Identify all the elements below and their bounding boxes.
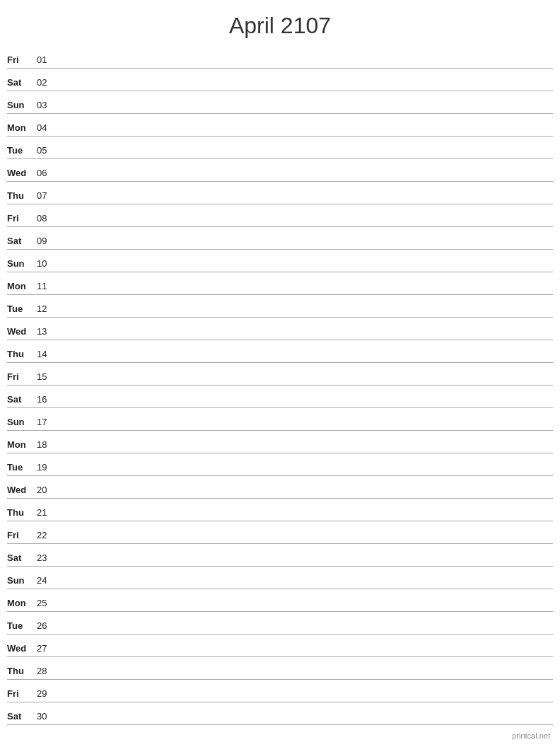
day-name: Tue [7,145,37,156]
table-row: Sat09 [7,227,553,250]
day-number: 08 [37,213,57,224]
day-number: 25 [37,598,57,608]
calendar-grid: Fri01Sat02Sun03Mon04Tue05Wed06Thu07Fri08… [0,46,560,725]
table-row: Mon25 [7,589,553,612]
day-name: Sun [7,258,37,269]
day-number: 28 [37,666,57,676]
table-row: Sat16 [7,386,553,408]
table-row: Tue05 [7,137,553,159]
day-number: 03 [37,100,57,110]
day-number: 22 [37,530,57,540]
table-row: Fri01 [7,46,553,69]
day-name: Fri [7,371,37,382]
table-row: Wed27 [7,635,553,657]
table-row: Thu28 [7,657,553,680]
day-number: 26 [37,620,57,631]
day-name: Sat [7,711,37,722]
table-row: Tue26 [7,612,553,635]
day-name: Mon [7,598,37,608]
day-name: Fri [7,688,37,699]
table-row: Fri29 [7,680,553,702]
day-number: 06 [37,168,57,178]
day-number: 09 [37,236,57,246]
day-number: 14 [37,349,57,359]
day-number: 17 [37,417,57,427]
day-number: 29 [37,688,57,699]
day-name: Fri [7,530,37,540]
table-row: Fri22 [7,521,553,544]
page-title: April 2107 [0,0,560,46]
day-name: Fri [7,213,37,224]
table-row: Tue12 [7,295,553,318]
day-number: 07 [37,190,57,201]
day-number: 18 [37,439,57,450]
day-name: Sun [7,417,37,427]
day-number: 10 [37,258,57,269]
table-row: Tue19 [7,453,553,476]
day-name: Sun [7,100,37,110]
day-name: Wed [7,326,37,337]
day-name: Tue [7,462,37,473]
table-row: Sat30 [7,702,553,725]
day-name: Sat [7,552,37,563]
footer-text: printcal.net [512,731,550,740]
table-row: Sun03 [7,91,553,114]
table-row: Fri08 [7,204,553,227]
day-name: Wed [7,643,37,654]
table-row: Sun24 [7,567,553,589]
day-name: Fri [7,54,37,65]
day-name: Thu [7,666,37,676]
day-name: Mon [7,281,37,291]
day-name: Sat [7,236,37,246]
table-row: Mon11 [7,272,553,295]
table-row: Wed13 [7,318,553,340]
day-number: 16 [37,394,57,405]
day-number: 20 [37,485,57,495]
day-number: 13 [37,326,57,337]
day-name: Mon [7,439,37,450]
day-name: Sat [7,394,37,405]
day-number: 19 [37,462,57,473]
day-name: Tue [7,620,37,631]
table-row: Thu14 [7,340,553,363]
day-name: Tue [7,303,37,314]
table-row: Mon04 [7,114,553,137]
table-row: Thu07 [7,182,553,204]
day-number: 01 [37,54,57,65]
table-row: Mon18 [7,431,553,453]
day-name: Thu [7,507,37,518]
day-number: 05 [37,145,57,156]
table-row: Sat02 [7,69,553,91]
table-row: Wed20 [7,476,553,499]
day-name: Thu [7,190,37,201]
table-row: Wed06 [7,159,553,182]
day-name: Sun [7,575,37,586]
day-number: 04 [37,122,57,133]
table-row: Thu21 [7,499,553,521]
day-number: 15 [37,371,57,382]
table-row: Sun17 [7,408,553,431]
day-number: 30 [37,711,57,722]
day-name: Mon [7,122,37,133]
table-row: Fri15 [7,363,553,386]
day-number: 21 [37,507,57,518]
day-number: 02 [37,77,57,88]
day-name: Thu [7,349,37,359]
day-number: 24 [37,575,57,586]
day-name: Wed [7,485,37,495]
day-number: 23 [37,552,57,563]
table-row: Sun10 [7,250,553,272]
day-number: 27 [37,643,57,654]
table-row: Sat23 [7,544,553,567]
day-number: 12 [37,303,57,314]
day-number: 11 [37,281,57,291]
day-name: Wed [7,168,37,178]
day-name: Sat [7,77,37,88]
